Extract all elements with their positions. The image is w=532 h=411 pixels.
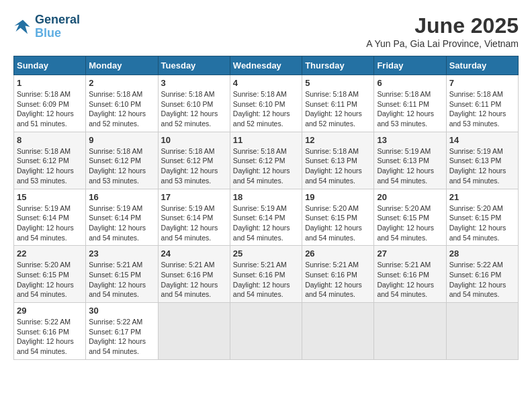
page-title: June 2025 bbox=[366, 13, 519, 38]
day-number: 20 bbox=[377, 192, 443, 202]
day-of-week-header: Wednesday bbox=[230, 56, 302, 75]
day-number: 6 bbox=[377, 78, 443, 88]
day-number: 8 bbox=[17, 135, 83, 145]
day-number: 26 bbox=[305, 248, 371, 259]
day-number: 23 bbox=[89, 248, 154, 259]
calendar-day-cell: 17 Sunrise: 5:19 AM Sunset: 6:14 PM Dayl… bbox=[158, 189, 230, 246]
day-info: Sunrise: 5:21 AM Sunset: 6:15 PM Dayligh… bbox=[89, 260, 154, 300]
calendar-day-cell: 7 Sunrise: 5:18 AM Sunset: 6:11 PM Dayli… bbox=[446, 75, 518, 132]
day-info: Sunrise: 5:18 AM Sunset: 6:11 PM Dayligh… bbox=[305, 89, 371, 129]
calendar-day-cell: 13 Sunrise: 5:19 AM Sunset: 6:13 PM Dayl… bbox=[374, 132, 446, 189]
day-number: 5 bbox=[305, 78, 371, 88]
day-of-week-header: Sunday bbox=[14, 56, 86, 75]
calendar-day-cell bbox=[374, 303, 446, 360]
day-number: 12 bbox=[305, 135, 371, 145]
calendar-day-cell: 9 Sunrise: 5:18 AM Sunset: 6:12 PM Dayli… bbox=[86, 132, 158, 189]
calendar-day-cell: 16 Sunrise: 5:19 AM Sunset: 6:14 PM Dayl… bbox=[86, 189, 158, 246]
day-info: Sunrise: 5:18 AM Sunset: 6:10 PM Dayligh… bbox=[161, 89, 227, 129]
day-number: 30 bbox=[89, 306, 154, 316]
day-info: Sunrise: 5:18 AM Sunset: 6:12 PM Dayligh… bbox=[89, 146, 154, 186]
calendar-week-row: 15 Sunrise: 5:19 AM Sunset: 6:14 PM Dayl… bbox=[14, 189, 519, 246]
day-info: Sunrise: 5:18 AM Sunset: 6:11 PM Dayligh… bbox=[449, 89, 515, 129]
day-number: 15 bbox=[17, 192, 83, 202]
day-info: Sunrise: 5:18 AM Sunset: 6:09 PM Dayligh… bbox=[17, 89, 83, 129]
calendar-day-cell: 29 Sunrise: 5:22 AM Sunset: 6:16 PM Dayl… bbox=[14, 303, 86, 360]
day-number: 13 bbox=[377, 135, 443, 145]
calendar-week-row: 29 Sunrise: 5:22 AM Sunset: 6:16 PM Dayl… bbox=[14, 303, 519, 360]
calendar-day-cell: 25 Sunrise: 5:21 AM Sunset: 6:16 PM Dayl… bbox=[230, 246, 302, 303]
calendar-day-cell: 19 Sunrise: 5:20 AM Sunset: 6:15 PM Dayl… bbox=[302, 189, 374, 246]
calendar-day-cell: 26 Sunrise: 5:21 AM Sunset: 6:16 PM Dayl… bbox=[302, 246, 374, 303]
calendar-day-cell: 3 Sunrise: 5:18 AM Sunset: 6:10 PM Dayli… bbox=[158, 75, 230, 132]
day-number: 4 bbox=[233, 78, 299, 88]
calendar-week-row: 22 Sunrise: 5:20 AM Sunset: 6:15 PM Dayl… bbox=[14, 246, 519, 303]
day-number: 16 bbox=[89, 192, 154, 202]
day-number: 28 bbox=[449, 248, 515, 259]
calendar-day-cell: 28 Sunrise: 5:22 AM Sunset: 6:16 PM Dayl… bbox=[446, 246, 518, 303]
day-number: 3 bbox=[161, 78, 227, 88]
day-number: 22 bbox=[17, 248, 83, 259]
page-subtitle: A Yun Pa, Gia Lai Province, Vietnam bbox=[366, 38, 519, 49]
calendar-table: SundayMondayTuesdayWednesdayThursdayFrid… bbox=[13, 56, 519, 360]
logo-icon bbox=[13, 17, 32, 36]
day-info: Sunrise: 5:19 AM Sunset: 6:14 PM Dayligh… bbox=[17, 203, 83, 243]
day-info: Sunrise: 5:18 AM Sunset: 6:12 PM Dayligh… bbox=[233, 146, 299, 186]
day-number: 29 bbox=[17, 306, 83, 316]
calendar-day-cell: 27 Sunrise: 5:21 AM Sunset: 6:16 PM Dayl… bbox=[374, 246, 446, 303]
day-number: 17 bbox=[161, 192, 227, 202]
day-number: 10 bbox=[161, 135, 227, 145]
calendar-day-cell: 2 Sunrise: 5:18 AM Sunset: 6:10 PM Dayli… bbox=[86, 75, 158, 132]
day-info: Sunrise: 5:18 AM Sunset: 6:10 PM Dayligh… bbox=[233, 89, 299, 129]
calendar-day-cell: 20 Sunrise: 5:20 AM Sunset: 6:15 PM Dayl… bbox=[374, 189, 446, 246]
calendar-day-cell bbox=[446, 303, 518, 360]
day-info: Sunrise: 5:18 AM Sunset: 6:11 PM Dayligh… bbox=[377, 89, 443, 129]
calendar-day-cell: 6 Sunrise: 5:18 AM Sunset: 6:11 PM Dayli… bbox=[374, 75, 446, 132]
day-number: 27 bbox=[377, 248, 443, 259]
logo-line2: Blue bbox=[35, 26, 61, 40]
day-info: Sunrise: 5:22 AM Sunset: 6:17 PM Dayligh… bbox=[89, 317, 154, 357]
day-info: Sunrise: 5:19 AM Sunset: 6:14 PM Dayligh… bbox=[233, 203, 299, 243]
day-info: Sunrise: 5:18 AM Sunset: 6:12 PM Dayligh… bbox=[17, 146, 83, 186]
day-number: 11 bbox=[233, 135, 299, 145]
calendar-day-cell: 23 Sunrise: 5:21 AM Sunset: 6:15 PM Dayl… bbox=[86, 246, 158, 303]
day-number: 2 bbox=[89, 78, 154, 88]
day-number: 7 bbox=[449, 78, 515, 88]
day-of-week-header: Thursday bbox=[302, 56, 374, 75]
day-number: 14 bbox=[449, 135, 515, 145]
day-of-week-header: Monday bbox=[86, 56, 158, 75]
day-of-week-header: Friday bbox=[374, 56, 446, 75]
day-info: Sunrise: 5:18 AM Sunset: 6:10 PM Dayligh… bbox=[89, 89, 154, 129]
day-number: 24 bbox=[161, 248, 227, 259]
calendar-day-cell: 14 Sunrise: 5:19 AM Sunset: 6:13 PM Dayl… bbox=[446, 132, 518, 189]
calendar-day-cell: 15 Sunrise: 5:19 AM Sunset: 6:14 PM Dayl… bbox=[14, 189, 86, 246]
day-info: Sunrise: 5:20 AM Sunset: 6:15 PM Dayligh… bbox=[449, 203, 515, 243]
calendar-day-cell: 11 Sunrise: 5:18 AM Sunset: 6:12 PM Dayl… bbox=[230, 132, 302, 189]
day-number: 19 bbox=[305, 192, 371, 202]
day-number: 18 bbox=[233, 192, 299, 202]
day-info: Sunrise: 5:21 AM Sunset: 6:16 PM Dayligh… bbox=[233, 260, 299, 300]
calendar-day-cell: 4 Sunrise: 5:18 AM Sunset: 6:10 PM Dayli… bbox=[230, 75, 302, 132]
calendar-week-row: 1 Sunrise: 5:18 AM Sunset: 6:09 PM Dayli… bbox=[14, 75, 519, 132]
page-header: General Blue June 2025 A Yun Pa, Gia Lai… bbox=[13, 13, 519, 49]
day-info: Sunrise: 5:18 AM Sunset: 6:13 PM Dayligh… bbox=[305, 146, 371, 186]
calendar-day-cell bbox=[302, 303, 374, 360]
calendar-day-cell: 8 Sunrise: 5:18 AM Sunset: 6:12 PM Dayli… bbox=[14, 132, 86, 189]
calendar-day-cell: 10 Sunrise: 5:18 AM Sunset: 6:12 PM Dayl… bbox=[158, 132, 230, 189]
calendar-day-cell: 12 Sunrise: 5:18 AM Sunset: 6:13 PM Dayl… bbox=[302, 132, 374, 189]
calendar-day-cell: 30 Sunrise: 5:22 AM Sunset: 6:17 PM Dayl… bbox=[86, 303, 158, 360]
calendar-header-row: SundayMondayTuesdayWednesdayThursdayFrid… bbox=[14, 56, 519, 75]
calendar-day-cell bbox=[230, 303, 302, 360]
day-info: Sunrise: 5:20 AM Sunset: 6:15 PM Dayligh… bbox=[305, 203, 371, 243]
day-info: Sunrise: 5:22 AM Sunset: 6:16 PM Dayligh… bbox=[17, 317, 83, 357]
calendar-day-cell: 22 Sunrise: 5:20 AM Sunset: 6:15 PM Dayl… bbox=[14, 246, 86, 303]
calendar-day-cell: 18 Sunrise: 5:19 AM Sunset: 6:14 PM Dayl… bbox=[230, 189, 302, 246]
svg-marker-0 bbox=[14, 19, 30, 34]
day-of-week-header: Saturday bbox=[446, 56, 518, 75]
calendar-day-cell bbox=[158, 303, 230, 360]
calendar-day-cell: 21 Sunrise: 5:20 AM Sunset: 6:15 PM Dayl… bbox=[446, 189, 518, 246]
day-info: Sunrise: 5:21 AM Sunset: 6:16 PM Dayligh… bbox=[377, 260, 443, 300]
day-number: 25 bbox=[233, 248, 299, 259]
day-info: Sunrise: 5:20 AM Sunset: 6:15 PM Dayligh… bbox=[17, 260, 83, 300]
day-info: Sunrise: 5:21 AM Sunset: 6:16 PM Dayligh… bbox=[161, 260, 227, 300]
day-number: 21 bbox=[449, 192, 515, 202]
